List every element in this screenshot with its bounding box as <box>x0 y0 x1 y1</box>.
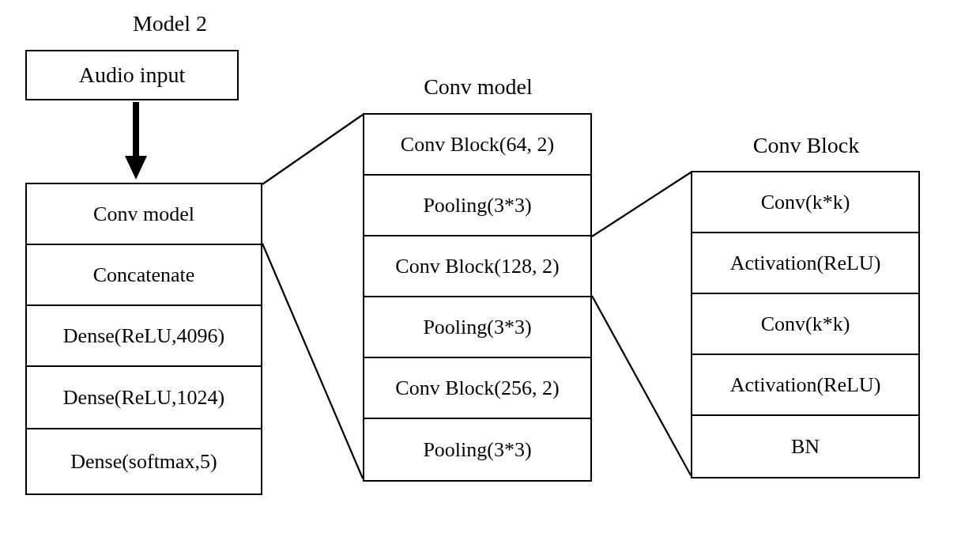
audio-input-label: Audio input <box>79 62 186 88</box>
conv-block-layer-1: Activation(ReLU) <box>692 233 918 294</box>
conv-model-layer-2: Conv Block(128, 2) <box>364 236 590 297</box>
model2-stack: Conv model Concatenate Dense(ReLU,4096) … <box>25 183 262 495</box>
model2-layer-1: Concatenate <box>27 245 261 306</box>
conv-block-layer-2: Conv(k*k) <box>692 294 918 355</box>
title-conv-model: Conv model <box>399 74 557 100</box>
svg-line-2 <box>262 115 363 184</box>
svg-line-3 <box>262 244 363 478</box>
conv-block-layer-0: Conv(k*k) <box>692 172 918 233</box>
svg-line-4 <box>592 172 691 236</box>
svg-line-5 <box>592 296 691 475</box>
arrow-input-to-model <box>120 100 152 183</box>
conv-block-stack: Conv(k*k) Activation(ReLU) Conv(k*k) Act… <box>691 171 920 478</box>
title-model2: Model 2 <box>99 11 241 36</box>
conv-model-layer-0: Conv Block(64, 2) <box>364 115 590 176</box>
conv-block-layer-4: BN <box>692 416 918 477</box>
conv-model-layer-1: Pooling(3*3) <box>364 176 590 236</box>
conv-block-layer-3: Activation(ReLU) <box>692 355 918 416</box>
audio-input-box: Audio input <box>25 50 239 100</box>
model2-layer-4: Dense(softmax,5) <box>27 429 261 494</box>
model2-layer-3: Dense(ReLU,1024) <box>27 367 261 429</box>
title-conv-block: Conv Block <box>735 133 877 158</box>
conv-model-stack: Conv Block(64, 2) Pooling(3*3) Conv Bloc… <box>363 113 592 482</box>
model2-layer-2: Dense(ReLU,4096) <box>27 306 261 367</box>
conv-model-layer-5: Pooling(3*3) <box>364 419 590 480</box>
conv-model-layer-4: Conv Block(256, 2) <box>364 358 590 419</box>
conv-model-layer-3: Pooling(3*3) <box>364 297 590 358</box>
svg-marker-1 <box>125 156 147 180</box>
model2-layer-0: Conv model <box>27 184 261 245</box>
